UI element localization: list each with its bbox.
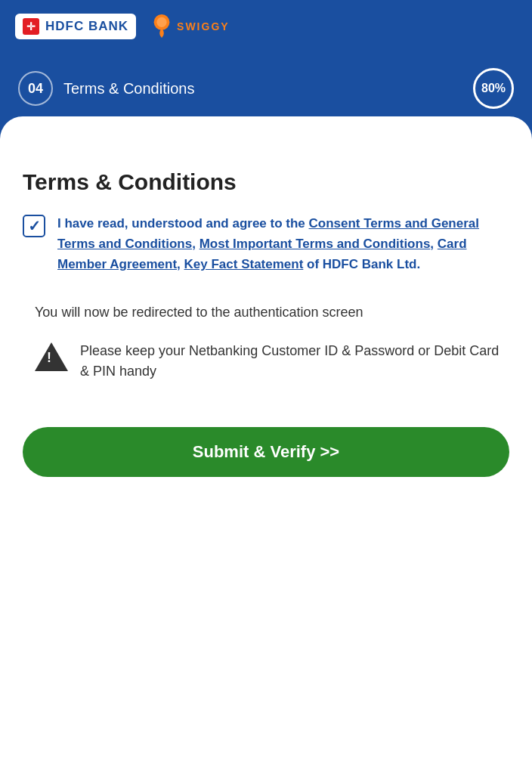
- progress-circle: 80%: [473, 68, 514, 109]
- svg-point-1: [156, 17, 166, 27]
- warning-icon: [35, 342, 68, 371]
- terms-comma1: ,: [192, 237, 199, 251]
- swiggy-icon: [151, 14, 172, 39]
- checkbox-checkmark: ✓: [28, 217, 41, 235]
- step-bar: 04 Terms & Conditions 80%: [0, 53, 532, 147]
- header: ✛ HDFC BANK SWIGGY: [0, 0, 532, 53]
- step-label: Terms & Conditions: [63, 80, 194, 98]
- step-info: 04 Terms & Conditions: [18, 71, 194, 106]
- agree-checkbox[interactable]: ✓: [23, 215, 45, 237]
- warning-text: Please keep your Netbanking Customer ID …: [80, 341, 509, 382]
- submit-verify-button[interactable]: Submit & Verify >>: [23, 427, 509, 477]
- redirect-section: You will now be redirected to the authen…: [23, 302, 509, 323]
- terms-agree-section: ✓ I have read, understood and agree to t…: [23, 213, 509, 275]
- terms-text: I have read, understood and agree to the…: [57, 213, 509, 275]
- warning-triangle-icon: [35, 342, 68, 371]
- swiggy-text: SWIGGY: [177, 20, 230, 33]
- terms-link-key-fact[interactable]: Key Fact Statement: [184, 257, 304, 271]
- bottom-spacer: [0, 751, 532, 774]
- warning-section: Please keep your Netbanking Customer ID …: [23, 341, 509, 382]
- redirect-text: You will now be redirected to the authen…: [35, 302, 509, 323]
- hdfc-cross-icon: ✛: [23, 18, 39, 35]
- terms-prefix: I have read, understood and agree to the: [57, 216, 309, 231]
- checkbox-container[interactable]: ✓: [23, 215, 45, 237]
- terms-link-important[interactable]: Most Important Terms and Conditions: [200, 237, 431, 251]
- hdfc-logo: ✛ HDFC BANK: [15, 14, 136, 39]
- hdfc-logo-text: HDFC BANK: [45, 19, 128, 34]
- swiggy-logo: SWIGGY: [151, 14, 230, 39]
- terms-suffix: of HDFC Bank Ltd.: [303, 257, 420, 271]
- page-title: Terms & Conditions: [23, 169, 509, 195]
- step-number: 04: [18, 71, 53, 106]
- terms-comma3: ,: [177, 257, 184, 271]
- main-content: Terms & Conditions ✓ I have read, unders…: [0, 147, 532, 751]
- terms-comma2: ,: [430, 237, 437, 251]
